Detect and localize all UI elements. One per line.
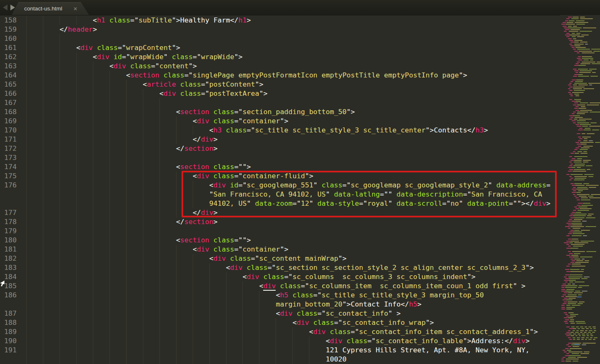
code-row: 10020 <box>0 355 560 364</box>
line-number: 166 <box>0 89 17 98</box>
line-number: 188 <box>0 318 17 327</box>
code-row: "San Francisco, CA 94102, US" data-latln… <box>0 190 560 199</box>
code-row: 179 <box>0 227 560 236</box>
line-number: 158 <box>0 16 17 25</box>
code-row: 164 <section class="singlePage emptyPost… <box>0 71 560 80</box>
line-number: 165 <box>0 80 17 89</box>
line-number: 160 <box>0 34 17 43</box>
code-area[interactable]: 158 <h1 class="subTitle">Healthy Farm</h… <box>0 15 560 364</box>
line-number: 167 <box>0 98 17 107</box>
code-row: 188 <div class="sc_contact_info_wrap"> <box>0 318 560 327</box>
line-number: 170 <box>0 126 17 135</box>
code-row: 170 <h3 class="sc_title sc_title_style_3… <box>0 126 560 135</box>
tab-contact-us[interactable]: contact-us.html × <box>12 2 89 15</box>
code-row: 94102, US" data-zoom="12" data-style="ro… <box>0 199 560 208</box>
code-row: 168 <section class="section_padding_bott… <box>0 107 560 117</box>
code-row: 167 <box>0 98 560 107</box>
line-number: 168 <box>0 107 17 117</box>
code-row: 158 <h1 class="subTitle">Healthy Farm</h… <box>0 16 560 25</box>
code-row: 178 </section> <box>0 217 560 227</box>
code-row: 173 <box>0 153 560 162</box>
code-row: 160 <box>0 34 560 43</box>
line-number: 159 <box>0 25 17 34</box>
tab-bar: contact-us.html × <box>0 0 600 15</box>
line-number <box>0 190 17 199</box>
line-number: 179 <box>0 227 17 236</box>
line-number: 178 <box>0 217 17 227</box>
code-row: 162 <div id="wrapWide" class="wrapWide"> <box>0 52 560 62</box>
code-row: margin_bottom_20">Contact Info</h5> <box>0 300 560 309</box>
sublime-window: { "window": { "tab": { "title": "contact… <box>0 0 600 364</box>
line-number: 162 <box>0 52 17 62</box>
close-icon[interactable]: × <box>73 6 77 11</box>
code-row: 189 <div class="sc_contact_info_item sc_… <box>0 327 560 337</box>
line-number: 186 <box>0 291 17 300</box>
line-number: 164 <box>0 71 17 80</box>
line-number: 182 <box>0 254 17 263</box>
code-row: 169 <div class="container"> <box>0 117 560 126</box>
code-row: 163 <div class="content"> <box>0 62 560 71</box>
nav-forward-icon[interactable] <box>10 5 15 10</box>
line-number: 169 <box>0 117 17 126</box>
line-number: 180 <box>0 236 17 245</box>
code-row: 191 121 Cypress Hills Street, Apt. #8A, … <box>0 346 560 355</box>
line-number: 161 <box>0 43 17 52</box>
code-row: 174 <section class=""> <box>0 162 560 172</box>
line-number: 173 <box>0 153 17 162</box>
line-number: 184 <box>0 272 17 282</box>
nav-back-icon[interactable] <box>3 5 7 10</box>
code-row: 176 <div id="sc_googlemap_551" class="sc… <box>0 181 560 190</box>
code-row: 184 <div class="sc_columns sc_columns_3 … <box>0 272 560 282</box>
line-number: 190 <box>0 337 17 346</box>
line-number: 185 <box>0 282 17 291</box>
code-row: 172 </section> <box>0 144 560 153</box>
code-row: 182 <div class="sc_content mainWrap"> <box>0 254 560 263</box>
line-number: 183 <box>0 263 17 272</box>
minimap[interactable] <box>560 15 600 364</box>
line-number: 171 <box>0 135 17 144</box>
line-number: 181 <box>0 245 17 254</box>
tab-title: contact-us.html <box>24 5 62 12</box>
code-row: 186 <h5 class="sc_title sc_title_style_3… <box>0 291 560 300</box>
code-row: 180 <section class=""> <box>0 236 560 245</box>
code-row: 190 <div class="sc_contact_info_lable">A… <box>0 337 560 346</box>
code-row: 187 <div class="sc_contact_info" > <box>0 309 560 318</box>
code-row: 165 <article class="postContent"> <box>0 80 560 89</box>
line-number: 177 <box>0 208 17 217</box>
code-row: 175 <div class="container-fluid"> <box>0 172 560 181</box>
line-number: 189 <box>0 327 17 337</box>
code-row: 171 </div> <box>0 135 560 144</box>
code-row: 159 </header> <box>0 25 560 34</box>
line-number: 172 <box>0 144 17 153</box>
code-row: 177 </div> <box>0 208 560 217</box>
line-number: 163 <box>0 62 17 71</box>
code-row: 185 <div class="sc_columns_item sc_colum… <box>0 282 560 291</box>
code-row: 161 <div class="wrapContent"> <box>0 43 560 52</box>
line-number <box>0 199 17 208</box>
code-row: 166 <div class="postTextArea"> <box>0 89 560 98</box>
line-number: 187 <box>0 309 17 318</box>
line-number: 191 <box>0 346 17 355</box>
line-number <box>0 355 17 364</box>
code-row: 181 <div class="container"> <box>0 245 560 254</box>
code-row: 183 <div class="sc_section sc_section_st… <box>0 263 560 272</box>
line-number: 176 <box>0 181 17 190</box>
line-number: 174 <box>0 162 17 172</box>
tab-nav-arrows <box>3 5 15 10</box>
line-number: 175 <box>0 172 17 181</box>
line-number <box>0 300 17 309</box>
